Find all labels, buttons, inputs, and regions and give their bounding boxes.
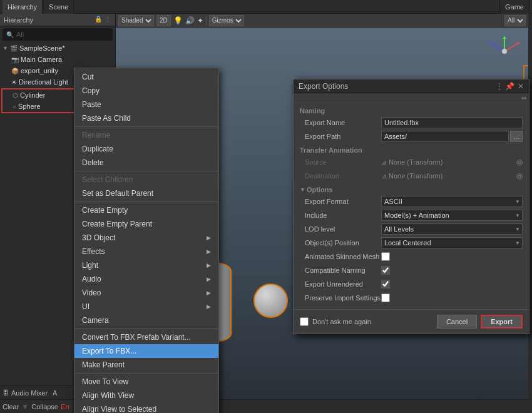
- dialog-controls: ⋮ 📌 ✕: [496, 82, 524, 91]
- shading-mode-select[interactable]: Shaded: [118, 15, 154, 26]
- hierarchy-search-bar: 🔍 All: [3, 28, 113, 41]
- include-select[interactable]: Model(s) + Animation Model(s) Only Anima…: [381, 210, 523, 221]
- cm-select-children: Select Children: [74, 173, 218, 186]
- hierarchy-header: Hierarchy 🔒 ⋮: [0, 14, 115, 26]
- objects-position-label: Object(s) Position: [300, 239, 381, 247]
- cm-effects[interactable]: Effects ▶: [74, 245, 218, 258]
- cm-make-parent-label: Make Parent: [82, 360, 125, 369]
- hierarchy-item-maincamera[interactable]: 📷 Main Camera: [0, 54, 115, 65]
- destination-circle-btn[interactable]: ◎: [516, 171, 523, 180]
- export-name-input[interactable]: [381, 117, 523, 128]
- export-format-row: Export Format ASCII Binary ▼: [300, 195, 523, 208]
- cm-ui[interactable]: UI ▶: [74, 300, 218, 314]
- preserve-import-checkbox[interactable]: [381, 293, 390, 302]
- hierarchy-tab[interactable]: Hierarchy: [3, 0, 43, 14]
- cm-effects-arrow: ▶: [207, 248, 211, 255]
- hierarchy-search-placeholder: All: [16, 31, 24, 38]
- export-unrendered-checkbox[interactable]: [381, 280, 390, 288]
- dialog-expand-icon[interactable]: ⇔: [521, 94, 526, 101]
- export-icon: 📦: [11, 68, 19, 74]
- cm-camera-label: Camera: [82, 316, 109, 325]
- hierarchy-menu-icon[interactable]: ⋮: [105, 16, 111, 24]
- cm-convert-fbx[interactable]: Convert To FBX Prefab Variant...: [74, 330, 218, 344]
- cm-create-empty[interactable]: Create Empty: [74, 203, 218, 217]
- export-path-browse[interactable]: …: [510, 131, 523, 142]
- sphere-name: Sphere: [18, 103, 40, 110]
- dialog-pin-icon[interactable]: 📌: [505, 82, 514, 91]
- light-icon: ☀: [11, 79, 17, 86]
- cm-export-fbx[interactable]: Export To FBX...: [74, 344, 218, 358]
- export-format-label: Export Format: [300, 198, 381, 205]
- dont-ask-label: Don't ask me again: [312, 318, 371, 325]
- error-label: Err: [61, 403, 70, 410]
- cm-copy-label: Copy: [82, 86, 100, 95]
- cylinder-icon: ⬡: [13, 92, 18, 99]
- dont-ask-checkbox[interactable]: [300, 317, 309, 326]
- dialog-close-icon[interactable]: ✕: [518, 82, 524, 91]
- dialog-body: Naming Export Name Export Path Assets/ ……: [294, 103, 529, 309]
- game-tab[interactable]: Game: [499, 0, 529, 14]
- cm-video[interactable]: Video ▶: [74, 286, 218, 300]
- audio-mixer-label[interactable]: Audio Mixer: [11, 389, 48, 397]
- all-select[interactable]: All: [504, 15, 526, 26]
- cm-camera[interactable]: Camera: [74, 314, 218, 327]
- animated-skin-checkbox[interactable]: [381, 252, 390, 261]
- gizmos-select[interactable]: Gizmos: [209, 15, 244, 26]
- scene-tab[interactable]: Scene: [44, 0, 74, 14]
- cm-select-children-label: Select Children: [82, 175, 133, 184]
- cm-make-parent[interactable]: Make Parent: [74, 358, 218, 372]
- cm-sep4: [74, 329, 218, 329]
- scene-sphere-object: [253, 283, 288, 318]
- cm-copy[interactable]: Copy: [74, 84, 218, 98]
- svg-marker-3: [503, 36, 506, 39]
- cancel-button[interactable]: Cancel: [437, 315, 477, 329]
- cm-audio-label: Audio: [82, 275, 101, 283]
- export-path-select[interactable]: Assets/: [381, 131, 509, 142]
- options-section-header: ▼ Options: [300, 186, 523, 193]
- cm-audio[interactable]: Audio ▶: [74, 272, 218, 286]
- hierarchy-item-scene[interactable]: ▼ 🎬 SampleScene*: [0, 43, 115, 54]
- dialog-menu-icon[interactable]: ⋮: [496, 82, 503, 91]
- cm-move-to-view[interactable]: Move To View: [74, 375, 218, 389]
- 2d-toggle[interactable]: 2D: [156, 15, 171, 26]
- source-value: None (Transform): [389, 158, 442, 166]
- audio-toggle-icon[interactable]: 🔊: [185, 16, 195, 25]
- cm-light[interactable]: Light ▶: [74, 258, 218, 272]
- cm-create-empty-parent[interactable]: Create Empty Parent: [74, 217, 218, 231]
- cm-align-view-selected[interactable]: Align View to Selected: [74, 402, 218, 413]
- cm-paste-as-child[interactable]: Paste As Child: [74, 111, 218, 125]
- cm-cut[interactable]: Cut: [74, 70, 218, 84]
- svg-point-6: [502, 49, 507, 54]
- cylinder-name: Cylinder: [20, 91, 45, 99]
- source-circle-btn[interactable]: ◎: [516, 158, 523, 166]
- options-section-label: Options: [307, 186, 333, 193]
- cm-set-default-parent[interactable]: Set as Default Parent: [74, 186, 218, 200]
- source-field: ⊿ None (Transform) ◎: [381, 158, 523, 166]
- cm-create-empty-parent-label: Create Empty Parent: [82, 220, 152, 228]
- cm-delete[interactable]: Delete: [74, 156, 218, 170]
- options-expand-icon[interactable]: ▼: [300, 186, 305, 193]
- lod-select[interactable]: All Levels: [381, 223, 523, 235]
- cm-3d-object[interactable]: 3D Object ▶: [74, 231, 218, 245]
- export-button[interactable]: Export: [481, 315, 523, 329]
- cm-sep3: [74, 201, 218, 202]
- cm-align-view-selected-label: Align View to Selected: [82, 405, 156, 413]
- clear-button[interactable]: Clear: [3, 403, 19, 410]
- source-icon: ⊿: [381, 159, 386, 166]
- light-toggle-icon[interactable]: 💡: [173, 16, 183, 25]
- fx-toggle-icon[interactable]: ✦: [197, 16, 203, 25]
- collapse-button[interactable]: Collapse: [31, 403, 58, 410]
- cm-duplicate[interactable]: Duplicate: [74, 142, 218, 156]
- objects-position-select[interactable]: Local Centered World Absolute Reset: [381, 237, 523, 248]
- animator-label[interactable]: A: [53, 389, 57, 397]
- lod-row: LOD level All Levels ▼: [300, 223, 523, 235]
- scene-toolbar: Shaded 2D 💡 🔊 ✦ Gizmos All: [116, 14, 528, 28]
- dialog-scroll-controls: ⇔: [294, 93, 529, 103]
- compatible-naming-checkbox[interactable]: [381, 266, 390, 275]
- hierarchy-lock-icon[interactable]: 🔒: [95, 16, 102, 24]
- cm-paste[interactable]: Paste: [74, 98, 218, 111]
- lod-label: LOD level: [300, 225, 381, 233]
- export-format-select[interactable]: ASCII Binary: [381, 196, 523, 207]
- export-path-field: Assets/ …: [381, 131, 523, 142]
- cm-align-with-view[interactable]: Align With View: [74, 389, 218, 402]
